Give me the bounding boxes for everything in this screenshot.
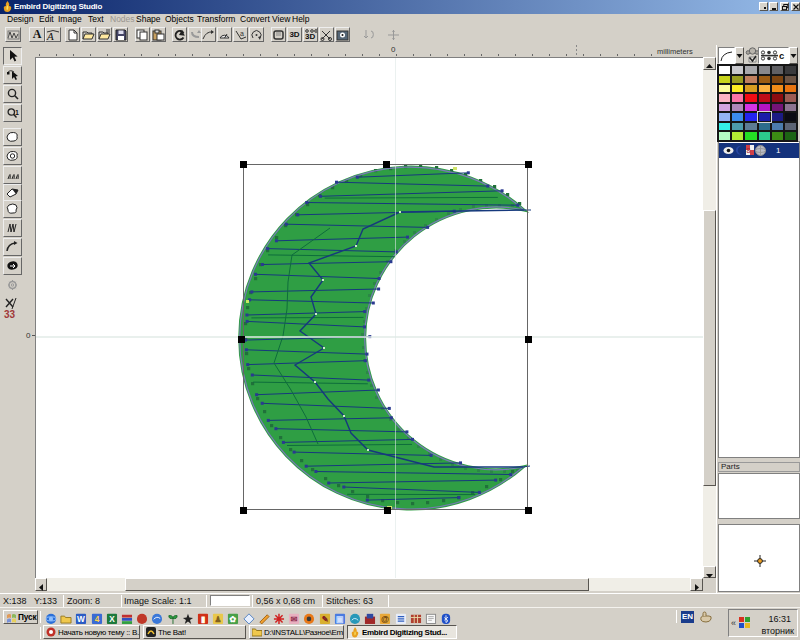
svg-text:1: 1 xyxy=(15,109,19,116)
svg-text:W: W xyxy=(77,615,85,624)
svg-text:@: @ xyxy=(381,615,389,624)
svg-text:c: c xyxy=(779,50,784,61)
svg-text:a: a xyxy=(240,30,244,37)
svg-text:✎: ✎ xyxy=(322,615,329,624)
svg-text:▮: ▮ xyxy=(201,615,206,624)
svg-text:▣: ▣ xyxy=(336,615,344,624)
svg-text:♟: ♟ xyxy=(214,615,221,624)
svg-text:X: X xyxy=(109,615,115,624)
svg-text:3D: 3D xyxy=(305,32,315,41)
svg-text:✉: ✉ xyxy=(291,615,298,624)
svg-text:✿: ✿ xyxy=(230,615,237,624)
svg-text:4: 4 xyxy=(95,615,100,624)
svg-text:8: 8 xyxy=(747,147,751,154)
